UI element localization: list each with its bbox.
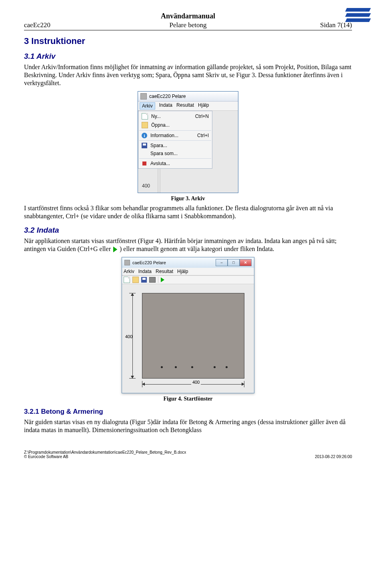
figure-4-caption: Figur 4. Startfönster — [24, 396, 352, 402]
menu-resultat[interactable]: Resultat — [176, 102, 194, 110]
menu-item-label: Spara som... — [150, 151, 206, 156]
screenshot-arkiv-menu: caeEc220 Pelare Arkiv Indata Resultat Hj… — [138, 91, 238, 193]
screenshot-start-window: caeEc220 Pelare – □ ✕ Arkiv Indata Resul… — [122, 257, 254, 393]
header-row: caeEc220 Pelare betong Sidan 7(14) — [24, 21, 352, 30]
app-icon — [140, 93, 147, 100]
print-icon[interactable] — [149, 277, 156, 283]
canvas-below: 400 — [138, 169, 238, 193]
menu-indata-2[interactable]: Indata — [138, 269, 152, 274]
cross-section — [142, 293, 244, 379]
menu-item-avsluta[interactable]: Avsluta... — [139, 159, 211, 167]
menu-item-label: Information... — [150, 133, 194, 138]
header-right: Sidan 7(14) — [243, 21, 352, 29]
open-icon[interactable] — [132, 277, 139, 283]
menubar: Arkiv Indata Resultat Hjälp — [138, 102, 238, 111]
dim-h-label: 400 — [191, 380, 201, 385]
menu-item-label: Avsluta... — [150, 161, 206, 166]
paragraph-betong: När guiden startas visas en ny dialogrut… — [24, 418, 352, 434]
minimize-button[interactable]: – — [216, 259, 228, 266]
footer-path: Z:\Programdokumentation\Användardokument… — [24, 450, 186, 454]
close-button[interactable]: ✕ — [240, 259, 252, 266]
window-titlebar: caeEc220 Pelare — [138, 92, 238, 102]
menu-item-label: Spara... — [150, 143, 206, 148]
menubar-2: Arkiv Indata Resultat Hjälp — [122, 268, 254, 275]
maximize-button[interactable]: □ — [228, 259, 240, 266]
menu-indata[interactable]: Indata — [159, 102, 172, 110]
menu-hjalp[interactable]: Hjälp — [198, 102, 209, 110]
menu-item-ppna[interactable]: Öppna... — [139, 121, 211, 130]
heading-3-2: 3.2 Indata — [24, 226, 352, 235]
page-footer: Z:\Programdokumentation\Användardokument… — [24, 450, 352, 459]
save-icon[interactable] — [141, 277, 147, 283]
menu-hjalp-2[interactable]: Hjälp — [177, 269, 188, 274]
app-icon — [124, 260, 130, 265]
info-icon: i — [142, 133, 147, 138]
header-left: caeEc220 — [24, 21, 133, 29]
menu-item-label: Ny... — [151, 114, 192, 119]
paragraph-tabs: I startfönstret finns också 3 flikar som… — [24, 204, 352, 220]
drawing-canvas: 400 400 — [122, 284, 254, 393]
window-titlebar-2: caeEc220 Pelare – □ ✕ — [122, 257, 254, 268]
play-icon — [113, 247, 117, 252]
menu-item-information[interactable]: iInformation...Ctrl+I — [139, 132, 211, 140]
window-title-2: caeEc220 Pelare — [132, 260, 213, 265]
window-title: caeEc220 Pelare — [149, 94, 186, 99]
menu-item-sparasom[interactable]: Spara som... — [139, 149, 211, 157]
logo — [344, 8, 364, 28]
menu-item-accel: Ctrl+N — [195, 114, 209, 119]
document-title: Användarmanual — [24, 12, 352, 20]
new-icon — [142, 113, 148, 120]
arkiv-dropdown: Ny...Ctrl+NÖppna...iInformation...Ctrl+I… — [138, 111, 212, 169]
header-center: Pelare betong — [133, 21, 242, 29]
menu-arkiv[interactable]: Arkiv — [140, 102, 155, 110]
toolbar — [122, 275, 254, 284]
p3-part-b: ) eller manuellt genom att välja kategor… — [120, 245, 274, 252]
menu-resultat-2[interactable]: Resultat — [156, 269, 173, 274]
heading-3-1: 3.1 Arkiv — [24, 52, 352, 61]
dim-v-label: 400 — [125, 334, 132, 339]
exit-icon — [142, 161, 146, 165]
menu-item-accel: Ctrl+I — [197, 133, 209, 138]
paragraph-indata: När applikationen startats visas startfö… — [24, 237, 352, 253]
menu-item-ny[interactable]: Ny...Ctrl+N — [139, 112, 211, 121]
paragraph-arkiv: Under Arkiv/Information finns möjlighet … — [24, 63, 352, 87]
dimension-horizontal: 400 — [142, 381, 244, 388]
new-icon[interactable] — [124, 277, 130, 283]
heading-3-2-1: 3.2.1 Betong & Armering — [24, 408, 352, 416]
menu-arkiv-2[interactable]: Arkiv — [124, 269, 134, 274]
menu-item-label: Öppna... — [151, 122, 206, 128]
footer-copyright: © Eurocode Software AB — [24, 454, 186, 459]
dim-label: 400 — [142, 183, 150, 189]
dimension-vertical: 400 — [129, 293, 136, 379]
footer-timestamp: 2013-08-22 09:26:00 — [315, 454, 352, 459]
menu-item-spara[interactable]: Spara... — [139, 142, 211, 149]
heading-3: 3 Instruktioner — [24, 36, 352, 46]
open-icon — [142, 122, 148, 128]
figure-3-caption: Figur 3. Arkiv — [24, 195, 352, 202]
run-icon[interactable] — [161, 277, 164, 282]
save-icon — [142, 143, 147, 148]
